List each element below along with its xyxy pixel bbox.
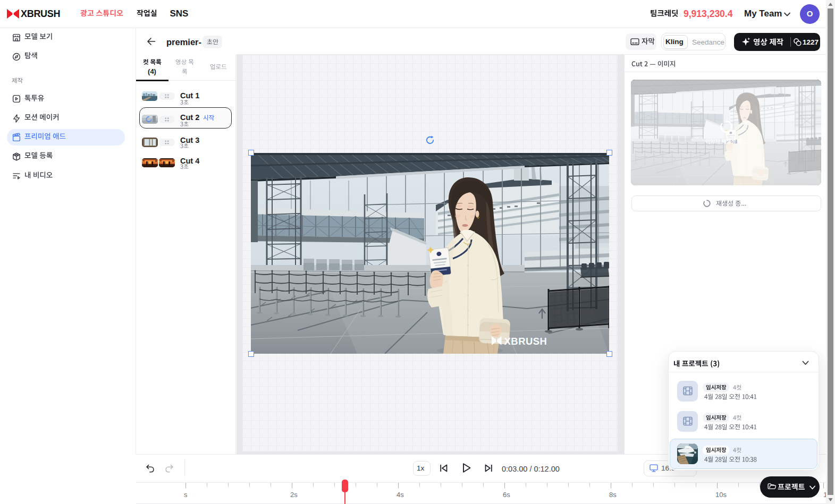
svg-text:XBRUSH: XBRUSH: [504, 336, 547, 347]
